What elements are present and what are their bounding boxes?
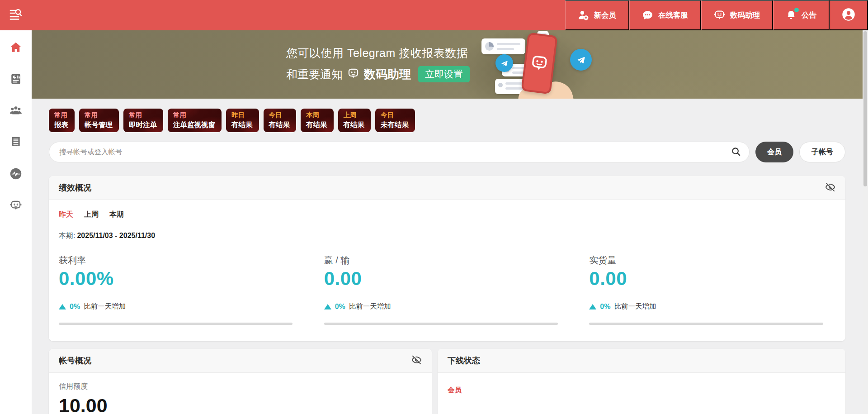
home-icon: [9, 41, 22, 55]
badge-label: 即时注单: [129, 120, 157, 129]
badge-tag: 常用: [173, 110, 215, 120]
nav-announcements[interactable]: 公告: [773, 0, 830, 30]
quick-link-lastweek-results[interactable]: 上周 有结果: [338, 109, 371, 132]
robot-assistant-icon: [10, 200, 22, 213]
sidebar-item-assistant[interactable]: [10, 200, 22, 213]
quick-link-thisweek-results[interactable]: 本周 有结果: [301, 109, 334, 132]
eye-off-icon: [825, 182, 835, 194]
delta-text: 比前一天增加: [349, 302, 391, 311]
quick-link-account-management[interactable]: 常用 帐号管理: [79, 109, 119, 132]
account-overview-card: 帐号概况 信用额度 10.00: [49, 349, 432, 414]
nav-digital-assistant[interactable]: 数码助理: [701, 0, 773, 30]
tab-last-week[interactable]: 上周: [84, 210, 99, 219]
badge-label: 未有结果: [381, 120, 409, 129]
quick-link-live-bets[interactable]: 常用 即时注单: [123, 109, 163, 132]
period-label: 本期:: [59, 232, 75, 239]
credit-limit-value: 10.00: [59, 395, 422, 414]
report-icon: [10, 73, 22, 86]
add-member-icon: [578, 10, 589, 21]
card-title: 帐号概况: [59, 355, 91, 366]
metrics-row: 获利率 0.00% 0% 比前一天增加 赢 / 输 0.00: [59, 254, 835, 325]
metric-delta: 0% 比前一天增加: [589, 302, 835, 311]
badge-tag: 今日: [381, 110, 409, 120]
quick-link-bet-monitor[interactable]: 常用 注单监视视窗: [168, 109, 222, 132]
page-scrollbar: [863, 30, 868, 414]
delta-text: 比前一天增加: [84, 302, 126, 311]
menu-search-button[interactable]: [0, 0, 32, 30]
filter-member-button[interactable]: 会员: [755, 142, 793, 162]
banner-line1: 您可以使用 Telegram 接收报表数据: [286, 46, 470, 61]
tab-yesterday[interactable]: 昨天: [59, 210, 73, 219]
banner-line2-prefix: 和重要通知: [286, 67, 343, 82]
banner-text: 您可以使用 Telegram 接收报表数据 和重要通知 数码助理 立即设置: [286, 46, 470, 82]
card-header: 下线状态: [438, 349, 845, 373]
metric-value: 0.00%: [59, 268, 305, 290]
quick-link-yesterday-results[interactable]: 昨日 有结果: [226, 109, 259, 132]
search-row: 会员 子帐号: [49, 142, 845, 162]
quick-link-reports[interactable]: 常用 报表: [49, 109, 75, 132]
delta-percent: 0%: [600, 303, 610, 311]
metric-progress-bar: [59, 323, 292, 325]
badge-tag: 昨日: [231, 110, 253, 120]
period-dates: 2025/11/03 - 2025/11/30: [77, 232, 155, 239]
card-body: 昨天 上周 本期 本期:2025/11/03 - 2025/11/30 获利率 …: [49, 200, 845, 341]
sidebar-item-home[interactable]: [9, 41, 22, 55]
badge-label: 有结果: [231, 120, 253, 129]
notification-dot: [794, 8, 799, 12]
chat-card: [481, 38, 525, 54]
metric-delta: 0% 比前一天增加: [59, 302, 305, 311]
quick-link-badges: 常用 报表 常用 帐号管理 常用 即时注单 常用 注单监视视窗 昨日 有结果 今…: [49, 109, 845, 132]
nav-new-member[interactable]: 新会员: [565, 0, 630, 30]
tab-current-period[interactable]: 本期: [109, 210, 124, 219]
nav-item-label: 新会员: [594, 10, 617, 20]
scrollbar-thumb[interactable]: [863, 31, 867, 186]
search-input[interactable]: [49, 148, 731, 156]
nav-item-label: 公告: [802, 10, 816, 20]
metric-label: 赢 / 输: [324, 254, 571, 266]
downline-member-tab[interactable]: 会员: [448, 385, 462, 395]
badge-tag: 常用: [85, 110, 113, 120]
telegram-icon: [570, 49, 592, 71]
hide-values-button[interactable]: [411, 355, 422, 366]
sidebar-item-reports[interactable]: [10, 73, 22, 86]
quick-link-today-results[interactable]: 今日 有结果: [264, 109, 297, 132]
performance-overview-card: 绩效概况 昨天 上周 本期: [49, 176, 845, 341]
badge-tag: 上周: [344, 110, 365, 120]
user-avatar-icon: [842, 8, 855, 23]
nav-item-label: 数码助理: [730, 10, 760, 20]
banner-bot-name: 数码助理: [364, 67, 411, 82]
card-body: 会员: [438, 373, 845, 414]
sidebar-item-bet-list[interactable]: [10, 136, 22, 149]
left-sidebar: [0, 30, 32, 414]
setup-now-button[interactable]: 立即设置: [418, 66, 470, 82]
increase-arrow-icon: [324, 304, 331, 309]
telegram-promo-banner: 您可以使用 Telegram 接收报表数据 和重要通知 数码助理 立即设置: [32, 30, 863, 99]
nav-online-support[interactable]: 在线客服: [629, 0, 701, 30]
nav-item-label: 在线客服: [658, 10, 688, 20]
robot-icon: [714, 10, 725, 21]
metric-turnover: 实货量 0.00 0% 比前一天增加: [589, 254, 835, 325]
activity-icon: [9, 167, 22, 181]
downline-status-card: 下线状态 会员: [438, 349, 845, 414]
badge-tag: 常用: [129, 110, 157, 120]
search-icon: [731, 147, 741, 158]
sidebar-item-activity[interactable]: [9, 167, 22, 181]
hide-values-button[interactable]: [825, 182, 835, 194]
quick-link-today-no-results[interactable]: 今日 未有结果: [375, 109, 415, 132]
user-avatar-button[interactable]: [830, 0, 868, 30]
sidebar-item-members[interactable]: [9, 105, 22, 118]
search-button[interactable]: [731, 147, 741, 158]
navbar-right-group: 新会员 在线客服: [565, 0, 868, 30]
telegram-icon: [495, 54, 513, 72]
badge-label: 帐号管理: [85, 120, 113, 129]
period-tabs: 昨天 上周 本期: [59, 210, 835, 219]
filter-subaccount-button[interactable]: 子帐号: [799, 142, 845, 162]
metric-value: 0.00: [589, 268, 835, 290]
metric-value: 0.00: [324, 268, 571, 290]
badge-tag: 常用: [54, 110, 68, 120]
bell-icon: [786, 10, 797, 21]
card-title: 绩效概况: [59, 182, 91, 193]
delta-text: 比前一天增加: [614, 302, 656, 311]
metric-profit-rate: 获利率 0.00% 0% 比前一天增加: [59, 254, 305, 325]
badge-label: 报表: [54, 120, 68, 129]
